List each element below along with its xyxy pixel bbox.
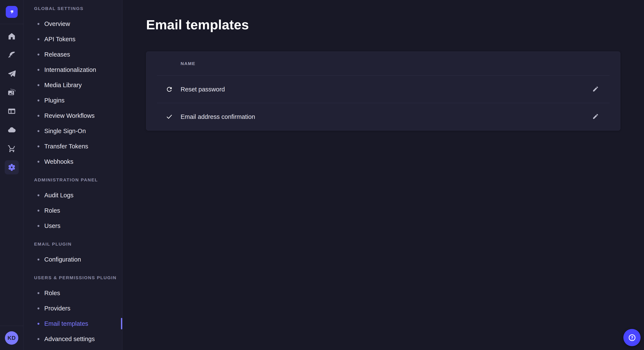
app-window: KD Global settingsOverviewAPI TokensRele… bbox=[0, 0, 644, 350]
rail-item-gear[interactable] bbox=[0, 158, 23, 177]
sidebar-item-advanced-settings[interactable]: Advanced settings bbox=[24, 331, 122, 347]
bullet-icon bbox=[38, 259, 40, 260]
rail-nav bbox=[0, 24, 23, 177]
table-header-row: Name bbox=[146, 52, 620, 75]
sidebar-item-label: Transfer Tokens bbox=[44, 143, 88, 150]
edit-template-button[interactable] bbox=[589, 110, 602, 123]
pencil-icon bbox=[592, 113, 599, 120]
layout-icon bbox=[5, 104, 19, 118]
main-nav-rail: KD bbox=[0, 0, 24, 350]
bullet-icon bbox=[38, 146, 40, 147]
sidebar-item-webhooks[interactable]: Webhooks bbox=[24, 154, 122, 169]
home-icon bbox=[5, 29, 19, 43]
bullet-icon bbox=[38, 161, 40, 163]
bullet-icon bbox=[38, 69, 40, 71]
bullet-icon bbox=[38, 210, 40, 212]
sidebar-item-users[interactable]: Users bbox=[24, 218, 122, 233]
bullet-icon bbox=[38, 323, 40, 325]
refresh-icon bbox=[165, 86, 174, 93]
sidebar-section-title: Email plugin bbox=[34, 240, 122, 248]
help-button[interactable] bbox=[623, 329, 640, 346]
sidebar-item-label: Users bbox=[44, 222, 60, 229]
sidebar-item-transfer-tokens[interactable]: Transfer Tokens bbox=[24, 139, 122, 154]
sidebar-item-overview[interactable]: Overview bbox=[24, 16, 122, 31]
sidebar-section-title: Administration panel bbox=[34, 176, 122, 184]
sidebar-section: Users & Permissions pluginRolesProviders… bbox=[24, 273, 122, 347]
sidebar-item-label: Webhooks bbox=[44, 158, 74, 165]
bullet-icon bbox=[38, 130, 40, 132]
sidebar-item-label: Overview bbox=[44, 20, 70, 27]
bullet-icon bbox=[38, 338, 40, 340]
name-column-header: Name bbox=[180, 61, 196, 66]
send-icon bbox=[5, 67, 19, 81]
bullet-icon bbox=[38, 292, 40, 294]
rail-footer: KD bbox=[0, 326, 23, 350]
sidebar-section-title: Users & Permissions plugin bbox=[34, 273, 122, 282]
rail-item-media[interactable] bbox=[0, 83, 23, 102]
sidebar-item-internationalization[interactable]: Internationalization bbox=[24, 62, 122, 77]
rail-item-layout[interactable] bbox=[0, 102, 23, 121]
gear-icon bbox=[5, 160, 19, 174]
edit-template-button[interactable] bbox=[589, 83, 602, 96]
sidebar-item-configuration[interactable]: Configuration bbox=[24, 252, 122, 267]
page-title: Email templates bbox=[146, 17, 620, 32]
rail-item-cart[interactable] bbox=[0, 139, 23, 158]
sidebar-item-review-workflows[interactable]: Review Workflows bbox=[24, 108, 122, 123]
main-content: Email templates Name Reset passwordEmail… bbox=[122, 0, 644, 350]
sidebar-item-label: Internationalization bbox=[44, 66, 96, 73]
sidebar-item-label: Media Library bbox=[44, 82, 82, 89]
sidebar-item-single-sign-on[interactable]: Single Sign-On bbox=[24, 123, 122, 139]
bullet-icon bbox=[38, 308, 40, 309]
sidebar-section: Global settingsOverviewAPI TokensRelease… bbox=[24, 4, 122, 169]
rail-header bbox=[0, 0, 23, 24]
table-row: Reset password bbox=[146, 75, 620, 103]
check-icon bbox=[165, 113, 174, 120]
sidebar-item-audit-logs[interactable]: Audit Logs bbox=[24, 187, 122, 203]
sidebar-item-label: Single Sign-On bbox=[44, 128, 86, 135]
template-name: Reset password bbox=[180, 86, 225, 93]
table-row: Email address confirmation bbox=[146, 103, 620, 130]
rail-item-feather[interactable] bbox=[0, 46, 23, 64]
bullet-icon bbox=[38, 23, 40, 25]
bullet-icon bbox=[38, 225, 40, 227]
template-name: Email address confirmation bbox=[180, 113, 255, 120]
sidebar-item-api-tokens[interactable]: API Tokens bbox=[24, 31, 122, 47]
bullet-icon bbox=[38, 54, 40, 55]
sidebar-item-roles[interactable]: Roles bbox=[24, 203, 122, 218]
sidebar-item-label: Configuration bbox=[44, 256, 81, 263]
bullet-icon bbox=[38, 38, 40, 40]
sidebar-item-plugins[interactable]: Plugins bbox=[24, 93, 122, 108]
sidebar-item-providers[interactable]: Providers bbox=[24, 301, 122, 316]
rail-item-send[interactable] bbox=[0, 64, 23, 83]
settings-sidebar: Global settingsOverviewAPI TokensRelease… bbox=[24, 0, 122, 350]
rail-item-home[interactable] bbox=[0, 27, 23, 46]
email-templates-table: Name Reset passwordEmail address confirm… bbox=[146, 51, 620, 131]
template-row[interactable]: Email address confirmation bbox=[146, 103, 620, 130]
media-icon bbox=[5, 85, 19, 100]
bullet-icon bbox=[38, 84, 40, 86]
bullet-icon bbox=[38, 100, 40, 101]
sidebar-item-label: Advanced settings bbox=[44, 336, 95, 343]
sidebar-item-label: Audit Logs bbox=[44, 192, 74, 199]
rail-item-cloud[interactable] bbox=[0, 121, 23, 139]
sidebar-item-label: Roles bbox=[44, 207, 60, 214]
strapi-logo-icon[interactable] bbox=[6, 6, 18, 18]
sidebar-item-email-templates[interactable]: Email templates bbox=[24, 316, 122, 331]
sidebar-item-label: Releases bbox=[44, 51, 70, 58]
bullet-icon bbox=[38, 194, 40, 196]
sidebar-item-label: Roles bbox=[44, 290, 60, 297]
cart-icon bbox=[5, 142, 19, 156]
sidebar-item-label: API Tokens bbox=[44, 36, 76, 43]
cloud-icon bbox=[5, 123, 19, 137]
sidebar-section: Email pluginConfiguration bbox=[24, 240, 122, 267]
bullet-icon bbox=[38, 115, 40, 117]
sidebar-item-media-library[interactable]: Media Library bbox=[24, 77, 122, 93]
user-avatar[interactable]: KD bbox=[5, 331, 18, 345]
sidebar-section: Administration panelAudit LogsRolesUsers bbox=[24, 176, 122, 233]
feather-icon bbox=[5, 48, 19, 62]
sidebar-item-releases[interactable]: Releases bbox=[24, 47, 122, 62]
sidebar-item-roles[interactable]: Roles bbox=[24, 285, 122, 301]
sidebar-item-label: Providers bbox=[44, 305, 70, 312]
template-row[interactable]: Reset password bbox=[146, 76, 620, 103]
sidebar-item-label: Email templates bbox=[44, 320, 88, 327]
